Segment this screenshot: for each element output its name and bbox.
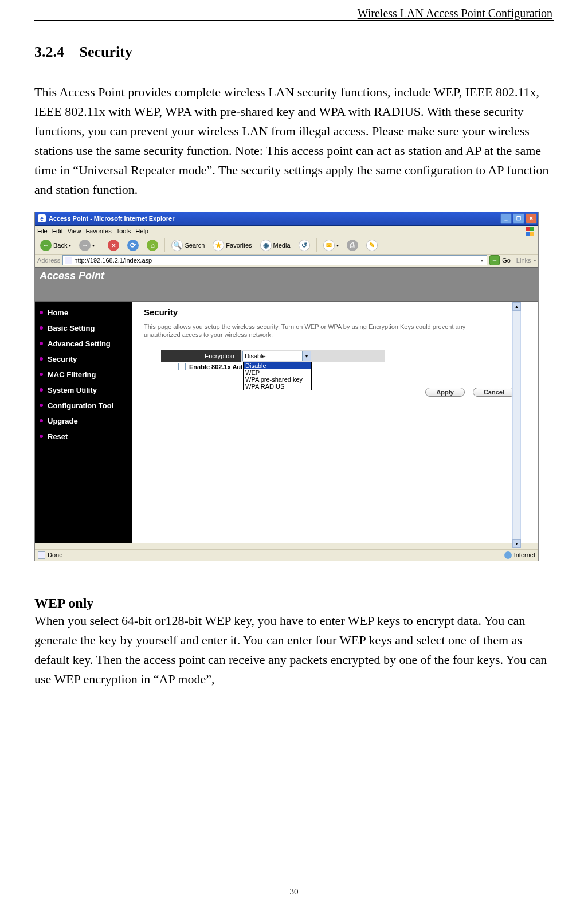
favorites-button[interactable]: ★Favorites [210,238,254,253]
nav-mac-label: MAC Filtering [48,370,96,379]
section-title: Security [80,44,132,60]
apply-button[interactable]: Apply [425,388,465,397]
status-left: Done [48,551,62,558]
encryption-label: Encryption : [161,350,241,362]
edit-icon: ✎ [366,240,378,251]
address-dropdown-icon[interactable]: ▾ [481,258,485,263]
enable-8021x-row: Enable 802.1x Authenticat [161,363,527,370]
option-wep[interactable]: WEP [244,369,311,376]
windows-flag-icon [526,227,535,236]
header-text: Wireless LAN Access Point Configuration [358,7,552,20]
stop-button[interactable]: ✕ [105,238,122,253]
close-button[interactable]: ✕ [526,213,537,224]
refresh-button[interactable]: ⟳ [124,238,142,253]
forward-button[interactable]: → ▾ [76,238,97,253]
favorites-label: Favorites [226,242,252,249]
encryption-row: Encryption : Disable ▾ Disable WEP WPA p… [161,350,527,362]
toolbar-separator [316,238,317,252]
bullet-icon [40,311,43,314]
print-button[interactable]: ⎙ [344,238,361,253]
banner-text: Access Point [40,270,104,282]
back-label: Back [53,242,67,249]
nav-security-label: Security [48,355,77,363]
nav-system-utility[interactable]: System Utility [35,382,132,398]
wep-only-heading: WEP only [34,596,554,611]
cancel-button[interactable]: Cancel [473,388,515,397]
option-disable[interactable]: Disable [244,362,311,369]
address-input[interactable]: http://192.168.2.1/index.asp ▾ [62,255,487,265]
refresh-icon: ⟳ [127,240,139,251]
links-label[interactable]: Links [516,257,531,264]
page-number: 30 [0,887,588,897]
history-button[interactable]: ↺ [296,238,313,253]
maximize-button[interactable]: ❐ [513,213,524,224]
option-wpa-radius[interactable]: WPA RADIUS [244,383,311,390]
nav-advanced-label: Advanced Setting [48,339,111,348]
nav-security[interactable]: Security [35,351,132,367]
header-rule [34,6,554,6]
minimize-button[interactable]: _ [500,213,512,224]
go-button[interactable]: → [489,255,500,265]
ie-addressbar: Address http://192.168.2.1/index.asp ▾ →… [35,255,538,267]
scroll-down-button[interactable]: ▼ [512,539,521,548]
content-pane: Security This page allows you setup the … [132,302,538,543]
back-dropdown-icon: ▾ [69,243,71,248]
menu-tools[interactable]: Tools [116,228,131,234]
bullet-icon [40,326,43,330]
section-number: 3.2.4 [34,44,64,60]
search-icon: 🔍 [171,240,183,251]
page-header: Wireless LAN Access Point Configuration [34,7,554,20]
chevron-down-icon: ▾ [302,351,311,361]
option-wpa-psk[interactable]: WPA pre-shared key [244,376,311,383]
back-button[interactable]: ← Back ▾ [37,238,74,253]
scrollbar-track[interactable] [512,311,521,539]
ie-title: Access Point - Microsoft Internet Explor… [49,215,174,222]
address-value: http://192.168.2.1/index.asp [74,257,152,264]
history-icon: ↺ [299,240,310,251]
nav-upgrade[interactable]: Upgrade [35,413,132,429]
mail-icon: ✉ [323,240,335,251]
page-icon [65,257,72,264]
menu-edit[interactable]: Edit [52,228,63,234]
encryption-dropdown: Disable WEP WPA pre-shared key WPA RADIU… [243,362,312,390]
menu-file[interactable]: File [37,228,48,234]
nav-configuration-tool[interactable]: Configuration Tool [35,398,132,413]
enable-8021x-checkbox[interactable] [178,363,186,370]
menu-view[interactable]: View [68,228,81,234]
header-rule-2 [34,20,554,21]
internet-zone-icon [504,551,512,559]
scroll-up-button[interactable]: ▲ [512,302,521,311]
nav-basic-setting[interactable]: Basic Setting [35,320,132,336]
media-button[interactable]: ◉Media [257,238,293,253]
svg-rect-2 [526,232,530,236]
nav-mac-filtering[interactable]: MAC Filtering [35,367,132,382]
toolbar-separator [164,238,165,252]
star-icon: ★ [213,240,224,251]
wep-paragraph: When you select 64-bit or128-bit WEP key… [34,611,554,689]
nav-reset[interactable]: Reset [35,429,132,444]
go-label: Go [502,257,511,264]
encryption-select[interactable]: Disable ▾ Disable WEP WPA pre-shared key… [242,351,311,361]
edit-button[interactable]: ✎ [363,238,381,253]
toolbar-separator [101,238,101,252]
nav-home[interactable]: Home [35,305,132,320]
media-icon: ◉ [260,240,272,251]
back-icon: ← [40,240,52,251]
nav-home-label: Home [48,308,68,317]
menu-help[interactable]: Help [135,228,148,234]
bullet-icon [40,342,43,345]
ie-logo-icon: e [38,214,46,222]
search-label: Search [185,242,205,249]
svg-rect-3 [530,232,534,236]
search-button[interactable]: 🔍Search [168,238,207,253]
home-icon: ⌂ [147,240,158,251]
nav-reset-label: Reset [48,432,68,441]
home-button[interactable]: ⌂ [144,238,161,253]
nav-advanced-setting[interactable]: Advanced Setting [35,336,132,351]
content-title: Security [144,307,527,317]
site-main: Home Basic Setting Advanced Setting Secu… [35,302,538,543]
mail-button[interactable]: ✉▾ [320,238,342,253]
menu-favorites[interactable]: Favorites [85,228,111,234]
bullet-icon [40,388,43,392]
print-icon: ⎙ [347,240,358,251]
